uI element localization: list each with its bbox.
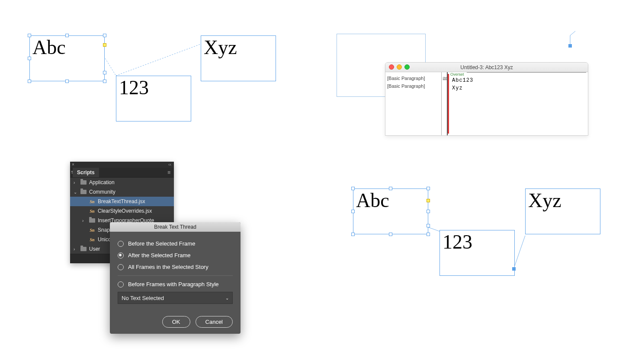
script-label: ClearStyleOverrides.jsx <box>98 208 152 214</box>
radio-label: Before Frames with Paragraph Style <box>128 281 219 287</box>
folder-icon <box>80 190 87 194</box>
frame-text: Xyz <box>528 189 561 211</box>
script-icon: Sn <box>89 228 95 233</box>
window-title: Untitled-3: Abc123 Xyz <box>460 64 513 70</box>
radio-icon <box>118 281 124 287</box>
svg-line-3 <box>570 31 575 35</box>
svg-line-5 <box>514 236 525 268</box>
script-item[interactable]: Sn BreakTextThread.jsx <box>70 197 174 206</box>
handle[interactable] <box>389 233 392 236</box>
folder-icon <box>80 247 87 251</box>
dialog-title[interactable]: Break Text Thread <box>110 222 241 232</box>
handle[interactable] <box>103 80 106 83</box>
break-text-thread-dialog: Break Text Thread Before the Selected Fr… <box>110 222 241 334</box>
folder-label: Application <box>89 179 115 185</box>
handle[interactable] <box>568 44 572 48</box>
close-icon[interactable] <box>389 64 394 70</box>
handle[interactable] <box>351 233 355 236</box>
folder-icon <box>89 218 95 223</box>
chevron-down-icon: ⌄ <box>225 296 229 300</box>
handle[interactable] <box>351 210 355 213</box>
depth-ruler: ov <box>442 72 448 135</box>
style-column: [Basic Paragraph] [Basic Paragraph] <box>385 72 442 135</box>
script-item[interactable]: Sn ClearStyleOverrides.jsx <box>70 206 174 216</box>
separator <box>118 275 233 276</box>
para-style: [Basic Paragraph] <box>387 83 440 89</box>
script-icon: Sn <box>89 209 95 214</box>
handle[interactable] <box>65 34 69 37</box>
chevron-right-icon: › <box>74 247 78 252</box>
folder-community[interactable]: ⌄ Community <box>70 187 174 197</box>
handle[interactable] <box>427 224 430 227</box>
out-port[interactable] <box>103 43 106 47</box>
svg-line-4 <box>427 227 440 231</box>
handle[interactable] <box>427 210 430 213</box>
collapse-icon[interactable]: ‹‹ <box>168 162 171 167</box>
radio-label: After the Selected Frame <box>128 252 191 259</box>
handle[interactable] <box>389 187 392 190</box>
handle[interactable] <box>427 187 430 190</box>
dropdown-value: No Text Selected <box>122 295 164 301</box>
para-style: [Basic Paragraph] <box>387 76 440 81</box>
radio-icon <box>118 241 124 247</box>
script-icon: Sn <box>89 199 95 204</box>
close-icon[interactable]: × <box>72 162 74 167</box>
frame-text: 123 <box>119 77 149 99</box>
text-frame-2[interactable]: 123 <box>440 230 515 276</box>
handle[interactable] <box>65 80 69 83</box>
radio-after-selected[interactable]: After the Selected Frame <box>118 249 233 261</box>
para-style-dropdown[interactable]: No Text Selected ⌄ <box>118 292 233 304</box>
radio-before-selected[interactable]: Before the Selected Frame <box>118 238 233 249</box>
folder-label: User <box>89 246 100 252</box>
tab-scripts[interactable]: Scripts <box>73 168 99 177</box>
svg-line-1 <box>116 44 201 76</box>
chevron-right-icon: › <box>74 180 78 185</box>
frame-text: 123 <box>443 231 472 253</box>
text-frame-1[interactable]: Abc <box>29 35 105 81</box>
script-label: BreakTextThread.jsx <box>98 198 145 204</box>
script-label: Unico <box>98 236 111 243</box>
handle[interactable] <box>427 233 430 236</box>
text-frame-2[interactable]: 123 <box>116 76 191 121</box>
override-marker: ov <box>442 76 447 80</box>
story-line: Abc123 <box>452 77 585 83</box>
thread-stub-svg <box>562 30 588 65</box>
text-frame-3[interactable]: Xyz <box>201 35 276 81</box>
panel-menu-icon[interactable]: ≡ <box>164 168 174 177</box>
radio-icon <box>118 252 124 259</box>
chevron-right-icon: › <box>82 218 87 223</box>
script-label: Snap <box>98 227 110 233</box>
frame-text: Abc <box>32 36 66 58</box>
out-port[interactable] <box>512 267 516 271</box>
zoom-icon[interactable] <box>404 64 410 70</box>
window-titlebar[interactable]: Untitled-3: Abc123 Xyz <box>385 63 588 72</box>
chevron-down-icon: ⌄ <box>74 190 78 195</box>
radio-before-para-style[interactable]: Before Frames with Paragraph Style <box>118 278 233 290</box>
handle[interactable] <box>351 187 355 190</box>
handle[interactable] <box>103 71 106 74</box>
minimize-icon[interactable] <box>397 64 402 70</box>
overset-label: Overset <box>450 72 464 77</box>
text-frame-1[interactable]: Abc <box>353 188 428 234</box>
story-line: Xyz <box>452 85 585 91</box>
cancel-button[interactable]: Cancel <box>196 316 233 328</box>
ok-button[interactable]: OK <box>162 316 190 328</box>
script-icon: Sn <box>89 237 95 242</box>
folder-label: Community <box>89 189 115 195</box>
radio-icon <box>118 264 124 270</box>
handle[interactable] <box>28 80 31 83</box>
handle[interactable] <box>103 34 106 37</box>
story-text-area[interactable]: Overset Abc123 Xyz <box>448 72 588 135</box>
overset-rule <box>467 72 586 73</box>
text-frame-3[interactable]: Xyz <box>525 188 600 234</box>
story-editor-window: Untitled-3: Abc123 Xyz [Basic Paragraph]… <box>385 62 588 136</box>
frame-text: Xyz <box>204 36 237 58</box>
radio-label: All Frames in the Selected Story <box>128 264 209 270</box>
radio-all-frames[interactable]: All Frames in the Selected Story <box>118 261 233 273</box>
radio-label: Before the Selected Frame <box>128 240 195 247</box>
handle[interactable] <box>28 34 31 37</box>
folder-application[interactable]: › Application <box>70 178 174 187</box>
handle[interactable] <box>28 57 31 60</box>
out-port[interactable] <box>427 199 430 202</box>
frame-text: Abc <box>356 189 389 211</box>
